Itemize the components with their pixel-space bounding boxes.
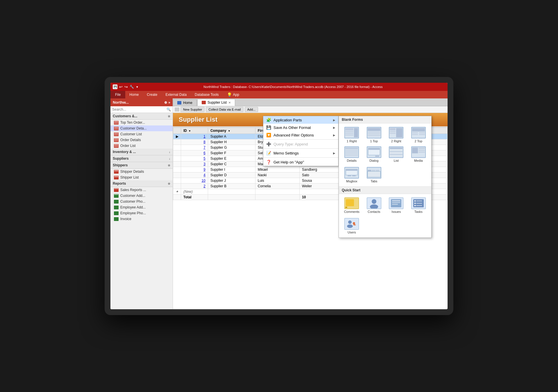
contacts-img (367, 197, 381, 209)
flyout-item-list[interactable]: List (386, 145, 407, 163)
row-company[interactable]: Supplier E (208, 156, 255, 161)
flyout-item-1top[interactable]: 1 Top (364, 126, 385, 144)
sidebar-item-invoice[interactable]: Invoice (110, 216, 173, 222)
sidebar-item-customer-detail[interactable]: Customer Deta... (110, 125, 173, 131)
tab-supplier-list[interactable]: Supplier List ✕ (197, 99, 235, 106)
row-id[interactable]: 1 (181, 134, 208, 139)
dropdown-item-help[interactable]: ❓ Get Help on "App" (263, 158, 338, 166)
title-bar: 💾 ↩ ↪ 🔧 ▼ NorthWind Traders : Database- … (110, 83, 448, 91)
flyout-item-msgbox[interactable]: Msgbox (341, 166, 362, 184)
row-id[interactable]: 4 (181, 172, 208, 178)
save-icon[interactable]: 💾 (113, 84, 117, 89)
dropdown-item-help-label: Get Help on "App" (273, 160, 335, 164)
sidebar-collapse-icon[interactable]: ⊕ (164, 100, 167, 105)
row-id[interactable]: 5 (181, 156, 208, 161)
sidebar-item-order-details[interactable]: Order Details (110, 137, 173, 143)
menu-database-tools[interactable]: Database Tools (191, 91, 223, 98)
svg-rect-91 (372, 170, 375, 171)
row-company[interactable]: Supplier B (208, 184, 255, 189)
section-customers[interactable]: Customers &... ☆ (110, 113, 173, 120)
row-id[interactable]: 6 (181, 150, 208, 156)
tab-supplier-list-icon (202, 101, 206, 104)
customize-icon[interactable]: 🔧 (130, 85, 134, 89)
section-suppliers[interactable]: Suppliers ↓ (110, 155, 173, 162)
row-id[interactable]: 8 (181, 139, 208, 145)
dropdown-item-filter[interactable]: 🔽 Advanced Filter Options ▶ (263, 131, 338, 139)
row-company[interactable]: Supplier J (208, 178, 255, 184)
collect-data-btn[interactable]: Collect Data via E-mail (206, 107, 243, 112)
menu-create[interactable]: Create (143, 91, 161, 98)
sidebar-menu-icon[interactable]: » (168, 100, 170, 105)
sidebar-item-sales-reports[interactable]: Sales Reports ... (110, 187, 173, 193)
row-id[interactable]: 9 (181, 167, 208, 172)
sidebar-item-customer-pho[interactable]: Customer Pho... (110, 199, 173, 204)
scroll-up-btn[interactable] (175, 107, 179, 112)
flyout-item-tasks[interactable]: Tasks (408, 196, 429, 215)
row-first-name[interactable]: Cornelia (255, 184, 299, 189)
flyout-item-2top[interactable]: 2 Top (408, 126, 429, 144)
sidebar-item-shipper-details[interactable]: Shipper Details (110, 169, 173, 175)
flyout-item-issues[interactable]: Issues (386, 196, 407, 215)
menu-home[interactable]: Home (125, 91, 143, 98)
row-id[interactable]: 2 (181, 184, 208, 189)
menu-file[interactable]: File (110, 91, 125, 98)
flyout-item-contacts[interactable]: Contacts (364, 196, 385, 215)
tab-home[interactable]: Home (173, 99, 197, 106)
sidebar-item-employee-add[interactable]: Employee Add... (110, 204, 173, 210)
col-company[interactable]: Company ▼ (208, 128, 255, 134)
tab-close-icon[interactable]: ✕ (228, 101, 231, 104)
flyout-item-users[interactable]: Users (341, 217, 362, 235)
add-btn[interactable]: Add... (245, 107, 258, 112)
row-id[interactable]: 7 (181, 145, 208, 150)
row-company[interactable]: Supplier A (208, 134, 255, 139)
flyout-item-2right[interactable]: 2 Right (386, 126, 407, 144)
sidebar-item-top-ten[interactable]: Top Ten Order... (110, 120, 173, 125)
flyout-item-media[interactable]: Media (408, 145, 429, 163)
svg-rect-88 (352, 175, 356, 176)
search-input[interactable] (112, 107, 167, 112)
flyout-item-comments[interactable]: Comments (341, 196, 362, 215)
row-company[interactable]: Supplier F (208, 150, 255, 156)
svg-rect-87 (348, 175, 351, 176)
sidebar-item-customer-add[interactable]: Customer Add... (110, 193, 173, 199)
2top-img (411, 127, 426, 139)
col-id[interactable]: ID ▼ (181, 128, 208, 134)
svg-rect-90 (368, 170, 371, 171)
menu-external-data[interactable]: External Data (161, 91, 191, 98)
sidebar-item-shipper-list[interactable]: Shipper List (110, 175, 173, 180)
row-first-name[interactable]: Naoki (255, 172, 299, 178)
svg-rect-105 (414, 203, 416, 204)
details-label: Details (347, 159, 357, 162)
row-company[interactable]: Supplier C (208, 161, 255, 167)
row-id[interactable]: 10 (181, 178, 208, 184)
dropdown-item-memo[interactable]: 📝 Memo Settings ▶ (263, 149, 338, 157)
section-shippers[interactable]: Shippers ☆ (110, 162, 173, 169)
flyout-item-tabs[interactable]: Tabs (364, 166, 385, 184)
row-company[interactable]: Supplier G (208, 145, 255, 150)
dropdown-item-application-parts[interactable]: 🧩 Application Parts ▶ (263, 116, 338, 124)
section-inventory-arrow: ↓ (169, 150, 170, 154)
dropdown-arrow-icon[interactable]: ▼ (136, 85, 139, 89)
new-supplier-btn[interactable]: New Supplier (180, 107, 205, 112)
section-reports[interactable]: Reports ☆ (110, 180, 173, 187)
undo-icon[interactable]: ↩ (119, 84, 123, 89)
flyout-item-details[interactable]: Details (341, 145, 362, 163)
row-company[interactable]: Supplier D (208, 172, 255, 178)
sidebar-item-employee-pho[interactable]: Employee Pho... (110, 210, 173, 216)
flyout-item-dialog[interactable]: Dialog (364, 145, 385, 163)
flyout-item-1right[interactable]: 1 Right (341, 126, 362, 144)
section-inventory[interactable]: Inventory & ... ↓ (110, 149, 173, 155)
row-first-name[interactable]: Mikael (255, 167, 299, 172)
row-first-name[interactable]: Luis (255, 178, 299, 184)
sidebar-item-customer-list[interactable]: Customer List (110, 131, 173, 137)
row-company[interactable]: Supplier H (208, 139, 255, 145)
menu-app[interactable]: 💡 App (223, 91, 243, 98)
row-company[interactable]: Supplier I (208, 167, 255, 172)
dropdown-item-save-as[interactable]: 💾 Save As Other Format ▶ (263, 124, 338, 131)
svg-rect-63 (345, 149, 358, 150)
sidebar-item-top-ten-label: Top Ten Order... (120, 121, 145, 125)
row-id[interactable]: 3 (181, 161, 208, 167)
sidebar-item-order-list[interactable]: Order List (110, 143, 173, 149)
customer-list-icon (114, 132, 119, 136)
redo-icon[interactable]: ↪ (124, 84, 128, 89)
